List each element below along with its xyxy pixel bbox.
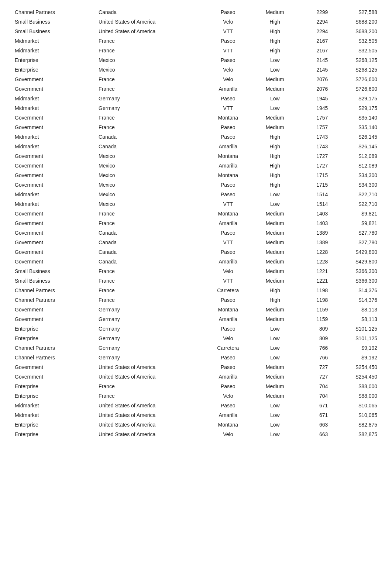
table-cell: $9,192 <box>331 343 381 353</box>
table-cell: 2294 <box>297 27 332 36</box>
table-cell: 1945 <box>297 94 332 103</box>
table-cell: 1159 <box>297 305 332 314</box>
table-cell: $22,710 <box>331 199 381 209</box>
table-cell: Small Business <box>11 276 95 286</box>
table-row: GovernmentGermanyAmarillaMedium1159$8,11… <box>11 314 381 324</box>
table-cell: Canada <box>95 238 203 247</box>
table-cell: $26,145 <box>331 142 381 151</box>
table-cell: Paseo <box>203 123 253 132</box>
table-cell: 1743 <box>297 142 332 151</box>
table-cell: $9,821 <box>331 209 381 218</box>
table-cell: High <box>253 132 297 142</box>
table-cell: $8,113 <box>331 305 381 314</box>
table-cell: Mexico <box>95 180 203 190</box>
table-cell: $254,450 <box>331 372 381 382</box>
table-cell: Low <box>253 65 297 75</box>
table-cell: 2145 <box>297 65 332 75</box>
table-cell: Medium <box>253 228 297 238</box>
table-cell: $366,300 <box>331 276 381 286</box>
table-cell: 1198 <box>297 295 332 305</box>
table-cell: 727 <box>297 362 332 372</box>
table-row: Small BusinessUnited States of AmericaVT… <box>11 27 381 36</box>
table-cell: Velo <box>203 75 253 84</box>
table-cell: Amarilla <box>203 314 253 324</box>
table-cell: Midmarket <box>11 190 95 199</box>
table-cell: Paseo <box>203 180 253 190</box>
table-cell: United States of America <box>95 27 203 36</box>
table-row: EnterpriseFrancePaseoMedium704$88,000 <box>11 382 381 391</box>
table-cell: Government <box>11 170 95 180</box>
table-cell: Velo <box>203 17 253 27</box>
table-cell: $12,089 <box>331 151 381 161</box>
table-cell: France <box>95 84 203 94</box>
table-cell: High <box>253 180 297 190</box>
table-cell: Carretera <box>203 286 253 295</box>
table-cell: Paseo <box>203 247 253 257</box>
table-cell: Mexico <box>95 199 203 209</box>
table-cell: Government <box>11 305 95 314</box>
table-cell: $9,192 <box>331 353 381 362</box>
table-cell: $35,140 <box>331 123 381 132</box>
table-cell: Low <box>253 103 297 113</box>
table-cell: Canada <box>95 247 203 257</box>
table-cell: Government <box>11 362 95 372</box>
table-cell: Low <box>253 410 297 420</box>
table-cell: Government <box>11 218 95 228</box>
table-cell: 809 <box>297 334 332 343</box>
table-cell: Amarilla <box>203 218 253 228</box>
table-cell: $34,300 <box>331 180 381 190</box>
table-cell: 1715 <box>297 170 332 180</box>
table-row: MidmarketCanadaPaseoHigh1743$26,145 <box>11 132 381 142</box>
table-cell: Channel Partners <box>11 286 95 295</box>
table-cell: France <box>95 218 203 228</box>
table-cell: United States of America <box>95 401 203 410</box>
table-cell: $27,588 <box>331 7 381 17</box>
table-cell: $12,089 <box>331 161 381 170</box>
table-cell: Medium <box>253 123 297 132</box>
table-cell: 766 <box>297 353 332 362</box>
table-cell: Amarilla <box>203 257 253 266</box>
table-cell: 1727 <box>297 151 332 161</box>
table-row: EnterpriseMexicoVeloLow2145$268,125 <box>11 65 381 75</box>
table-cell: France <box>95 123 203 132</box>
table-row: GovernmentMexicoMontanaHigh1715$34,300 <box>11 170 381 180</box>
table-cell: Small Business <box>11 266 95 276</box>
table-cell: Montana <box>203 209 253 218</box>
table-cell: Medium <box>253 266 297 276</box>
table-row: EnterpriseGermanyVeloLow809$101,125 <box>11 334 381 343</box>
table-cell: $27,780 <box>331 238 381 247</box>
table-cell: United States of America <box>95 17 203 27</box>
table-cell: High <box>253 27 297 36</box>
table-cell: Enterprise <box>11 324 95 334</box>
table-cell: 2076 <box>297 84 332 94</box>
table-cell: 2076 <box>297 75 332 84</box>
table-cell: $29,175 <box>331 94 381 103</box>
table-cell: 1403 <box>297 209 332 218</box>
table-cell: Paseo <box>203 94 253 103</box>
table-row: GovernmentMexicoAmarillaHigh1727$12,089 <box>11 161 381 170</box>
table-cell: 1228 <box>297 247 332 257</box>
table-row: MidmarketMexicoVTTLow1514$22,710 <box>11 199 381 209</box>
table-cell: Mexico <box>95 55 203 65</box>
table-cell: Velo <box>203 430 253 439</box>
table-row: MidmarketFranceVTTHigh2167$32,505 <box>11 46 381 55</box>
table-cell: Government <box>11 123 95 132</box>
table-cell: 809 <box>297 324 332 334</box>
table-cell: Low <box>253 430 297 439</box>
table-cell: Government <box>11 84 95 94</box>
table-cell: 704 <box>297 382 332 391</box>
table-cell: Mexico <box>95 161 203 170</box>
table-cell: Germany <box>95 94 203 103</box>
table-cell: Montana <box>203 113 253 123</box>
table-cell: High <box>253 36 297 46</box>
table-cell: 671 <box>297 401 332 410</box>
table-cell: $29,175 <box>331 103 381 113</box>
table-cell: France <box>95 113 203 123</box>
table-cell: 2167 <box>297 46 332 55</box>
table-row: Channel PartnersGermanyPaseoLow766$9,192 <box>11 353 381 362</box>
table-cell: Paseo <box>203 362 253 372</box>
table-cell: 663 <box>297 420 332 430</box>
table-row: GovernmentCanadaPaseoMedium1228$429,800 <box>11 247 381 257</box>
table-cell: Medium <box>253 391 297 401</box>
table-cell: 671 <box>297 410 332 420</box>
